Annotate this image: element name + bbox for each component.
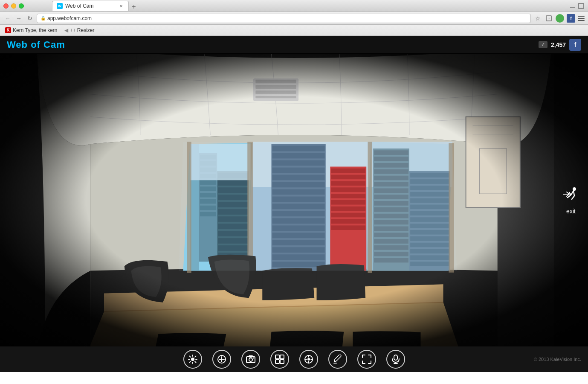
- svg-point-129: [307, 358, 310, 361]
- svg-rect-5: [255, 85, 296, 89]
- bookmark-resizer-label: ++ Resizer: [70, 27, 95, 33]
- window-restore-icon[interactable]: [578, 3, 585, 9]
- app-header: Web of Cam ✓ 2,457 f: [0, 36, 588, 54]
- bookmarks-bar: K Kern Type, the kern ◀ ++ Resizer: [0, 25, 588, 36]
- svg-line-115: [195, 356, 196, 357]
- layout-button[interactable]: [270, 350, 289, 369]
- svg-line-114: [195, 361, 196, 362]
- close-button[interactable]: [3, 3, 9, 9]
- tab-favicon: W: [57, 3, 63, 9]
- svg-point-123: [253, 358, 254, 359]
- svg-line-116: [189, 361, 190, 362]
- edit-button[interactable]: [328, 350, 347, 369]
- exit-panel: exit: [554, 54, 588, 346]
- exit-run-icon: [562, 186, 579, 206]
- svg-rect-0: [570, 7, 575, 8]
- verified-badge: ✓: [539, 41, 547, 48]
- svg-rect-1: [579, 3, 584, 9]
- reload-button[interactable]: ↻: [26, 14, 34, 23]
- svg-rect-136: [394, 355, 397, 360]
- svg-point-107: [573, 187, 576, 191]
- svg-rect-6: [255, 90, 296, 94]
- svg-point-121: [249, 358, 252, 361]
- nav-actions: ☆ ↔ f: [533, 14, 585, 23]
- svg-rect-126: [275, 360, 279, 364]
- copyright-text: © 2013 KaleVision Inc.: [534, 357, 581, 362]
- url-text: app.webofcam.com: [47, 15, 92, 21]
- bookmark-kern-label: Kern Type, the kern: [13, 27, 58, 33]
- nav-bar: ← → ↻ 🔒 app.webofcam.com ☆ ↔ f: [0, 12, 588, 25]
- fullscreen-button[interactable]: [357, 350, 376, 369]
- address-bar[interactable]: 🔒 app.webofcam.com: [37, 14, 531, 23]
- camera-feed: exit: [0, 54, 588, 346]
- svg-rect-125: [280, 355, 284, 359]
- bottom-toolbar: © 2013 KaleVision Inc.: [0, 346, 588, 372]
- ptz-button[interactable]: [299, 350, 318, 369]
- bookmark-kern-type[interactable]: K Kern Type, the kern: [3, 26, 59, 34]
- snapshot-button[interactable]: [241, 350, 260, 369]
- title-bar: W Web of Cam ✕ +: [0, 0, 588, 12]
- maximize-button[interactable]: [19, 3, 24, 9]
- tab-close-button[interactable]: ✕: [118, 3, 124, 9]
- checkmark-icon: ✓: [541, 42, 545, 47]
- bookmark-star-button[interactable]: ☆: [533, 14, 542, 23]
- header-right: ✓ 2,457 f: [539, 39, 581, 51]
- exit-label[interactable]: exit: [566, 208, 576, 215]
- tab-title: Web of Cam: [65, 3, 93, 9]
- profile-avatar[interactable]: [556, 14, 564, 23]
- bookmarks-button[interactable]: f: [567, 14, 575, 23]
- svg-rect-127: [280, 360, 284, 364]
- add-button[interactable]: [212, 350, 231, 369]
- svg-rect-4: [255, 80, 296, 83]
- app-content: Web of Cam ✓ 2,457 f: [0, 36, 588, 372]
- browser-window: W Web of Cam ✕ + ← → ↻ 🔒 app.webofcam.co…: [0, 0, 588, 36]
- new-tab-button[interactable]: +: [129, 3, 139, 11]
- like-count: 2,457: [551, 41, 566, 48]
- bookmark-resizer[interactable]: ◀ ++ Resizer: [64, 27, 95, 33]
- svg-line-113: [189, 356, 190, 357]
- app-logo: Web of Cam: [7, 39, 65, 50]
- minimize-button[interactable]: [11, 3, 16, 9]
- microphone-button[interactable]: [386, 350, 405, 369]
- kern-type-icon: K: [5, 27, 11, 33]
- svg-rect-124: [275, 355, 279, 359]
- traffic-lights: [3, 3, 24, 9]
- forward-button[interactable]: →: [14, 14, 23, 23]
- facebook-button[interactable]: f: [569, 39, 581, 51]
- browser-menu-button[interactable]: [578, 16, 585, 21]
- back-button[interactable]: ←: [3, 14, 12, 23]
- svg-rect-7: [255, 96, 296, 98]
- lock-icon: 🔒: [41, 16, 46, 20]
- window-minimize-icon[interactable]: [569, 3, 576, 9]
- room-interior: [0, 54, 588, 346]
- browser-tab-active[interactable]: W Web of Cam ✕: [52, 1, 129, 11]
- svg-point-108: [191, 358, 194, 361]
- brightness-button[interactable]: [183, 350, 202, 369]
- extensions-button[interactable]: ↔: [545, 14, 553, 23]
